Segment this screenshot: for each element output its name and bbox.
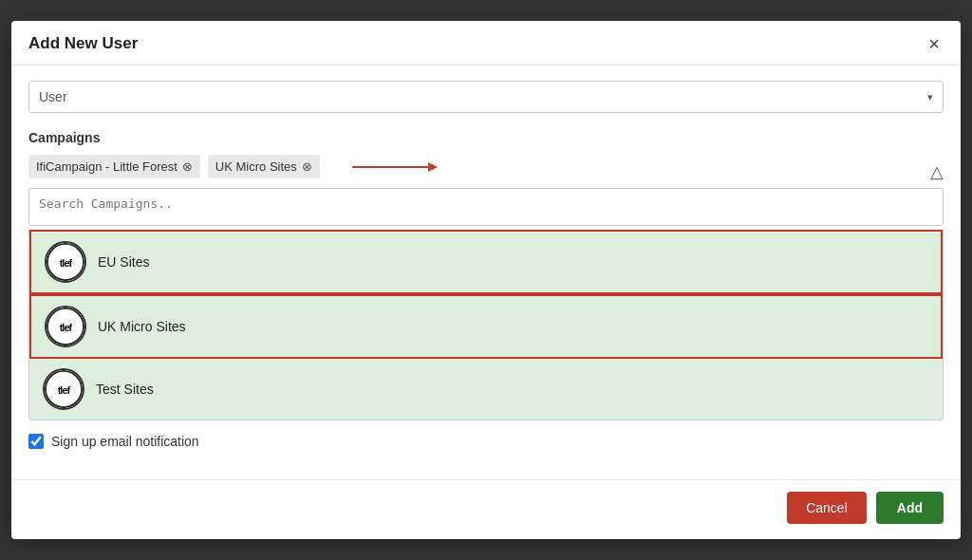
collapse-icon: △ xyxy=(930,162,944,181)
svg-text:tlef: tlef xyxy=(58,384,71,396)
tag-label-2: UK Micro Sites xyxy=(215,159,297,174)
signup-checkbox[interactable] xyxy=(28,434,44,449)
modal-body: User ▾ Campaigns IfiCampaign - Little Fo… xyxy=(11,65,961,479)
tag-remove-2[interactable]: ⊗ xyxy=(302,159,312,174)
close-button[interactable]: × xyxy=(925,34,944,53)
svg-marker-1 xyxy=(428,162,438,172)
svg-text:tlef: tlef xyxy=(60,322,73,333)
modal-header: Add New User × xyxy=(11,21,961,65)
collapse-button[interactable]: △ xyxy=(930,161,944,182)
tags-and-arrow-row: IfiCampaign - Little Forest ⊗ UK Micro S… xyxy=(28,155,944,188)
signup-notification-row: Sign up email notification xyxy=(28,434,944,449)
campaign-tag-2[interactable]: UK Micro Sites ⊗ xyxy=(208,155,320,178)
signup-label[interactable]: Sign up email notification xyxy=(51,434,199,449)
tlef-logo-eu: tlef xyxy=(45,241,86,283)
campaign-name-eu-sites: EU Sites xyxy=(98,254,149,270)
campaign-search-input[interactable] xyxy=(28,188,944,226)
tag-remove-1[interactable]: ⊗ xyxy=(182,159,193,174)
role-dropdown[interactable]: User ▾ xyxy=(28,81,944,113)
campaign-name-test-sites: Test Sites xyxy=(96,382,154,397)
campaigns-section-label: Campaigns xyxy=(28,130,944,145)
add-new-user-modal: Add New User × User ▾ Campaigns IfiCampa… xyxy=(11,21,961,539)
campaign-item-uk-micro-sites[interactable]: tlef UK Micro Sites xyxy=(29,294,943,359)
tag-label-1: IfiCampaign - Little Forest xyxy=(36,159,178,174)
role-dropdown-value: User xyxy=(39,89,67,104)
selected-tags-row: IfiCampaign - Little Forest ⊗ UK Micro S… xyxy=(28,155,438,178)
campaign-name-uk-micro: UK Micro Sites xyxy=(98,319,186,334)
svg-text:tlef: tlef xyxy=(60,257,73,269)
modal-overlay: Add New User × User ▾ Campaigns IfiCampa… xyxy=(0,0,972,560)
modal-title: Add New User xyxy=(28,34,138,53)
red-arrow-indicator xyxy=(343,158,438,177)
campaign-item-eu-sites[interactable]: tlef EU Sites xyxy=(29,230,943,294)
tlef-logo-uk: tlef xyxy=(45,306,86,347)
campaign-item-test-sites[interactable]: tlef Test Sites xyxy=(29,359,943,420)
campaign-list: tlef EU Sites tlef UK Micro Sites xyxy=(28,230,944,420)
cancel-button[interactable]: Cancel xyxy=(787,492,867,524)
add-button[interactable]: Add xyxy=(876,492,944,524)
modal-footer: Cancel Add xyxy=(11,479,961,539)
campaign-tag-1[interactable]: IfiCampaign - Little Forest ⊗ xyxy=(28,155,200,178)
tlef-logo-test: tlef xyxy=(43,368,84,410)
dropdown-arrow-icon: ▾ xyxy=(927,91,933,103)
